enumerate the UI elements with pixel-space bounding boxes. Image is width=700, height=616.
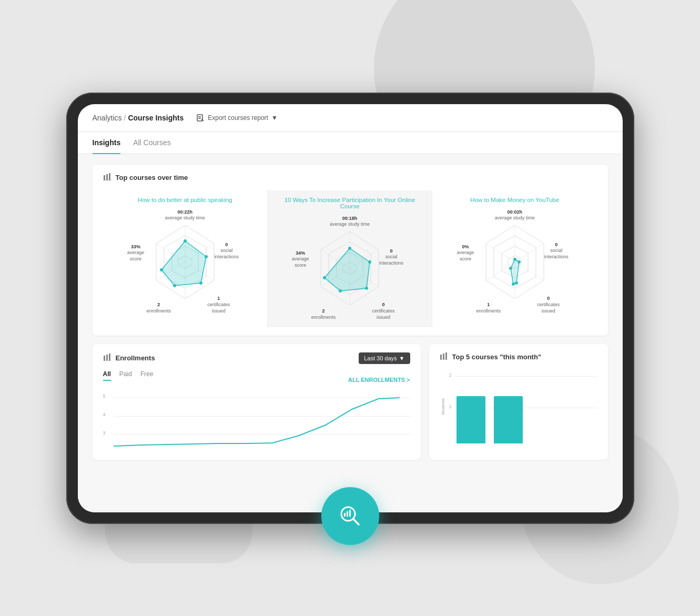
last30-button[interactable]: Last 30 days ▼ xyxy=(359,352,410,364)
enrollments-label: Enrollments xyxy=(116,354,155,362)
radar-svg-3 xyxy=(462,209,567,315)
svg-point-17 xyxy=(205,255,208,258)
top-courses-title: Top courses over time xyxy=(103,173,597,182)
breadcrumb-current: Course Insights xyxy=(128,114,184,122)
svg-rect-47 xyxy=(104,356,105,361)
bar-grid-1 xyxy=(455,376,597,377)
radar-chart-3: 00:02h average study time 0socialinterac… xyxy=(462,209,567,315)
top5-label: Top 5 courses "this month" xyxy=(452,353,542,361)
svg-rect-4 xyxy=(104,175,105,180)
tab-all-courses[interactable]: All Courses xyxy=(133,132,171,154)
fab-button[interactable] xyxy=(321,487,379,545)
top-courses-label: Top courses over time xyxy=(116,174,188,181)
dropdown-chevron: ▼ xyxy=(399,355,405,361)
enrollments-title-row: Enrollments xyxy=(103,354,155,362)
svg-point-19 xyxy=(173,284,176,287)
top5-title: Top 5 courses "this month" xyxy=(440,352,597,361)
export-button[interactable]: Export courses report ▼ xyxy=(192,112,282,124)
svg-rect-5 xyxy=(106,174,108,180)
enrollments-card: Enrollments Last 30 days ▼ All xyxy=(93,344,421,460)
tablet-frame: Analytics / Course Insights Export cours… xyxy=(66,93,634,524)
svg-point-32 xyxy=(339,289,342,292)
radar-svg-1 xyxy=(133,209,238,315)
svg-point-29 xyxy=(348,247,351,250)
bar-2 xyxy=(494,396,523,443)
bar-1 xyxy=(456,396,485,443)
svg-point-43 xyxy=(518,260,521,264)
line-chart-svg xyxy=(114,393,410,451)
enroll-tab-paid[interactable]: Paid xyxy=(119,370,132,381)
svg-point-33 xyxy=(323,276,326,279)
top-courses-grid: How to do better at public speaking 00:2… xyxy=(103,190,597,327)
breadcrumb-parent[interactable]: Analytics xyxy=(93,114,122,122)
svg-point-31 xyxy=(365,287,368,290)
tab-bar: Insights All Courses xyxy=(78,132,623,154)
y-label-4: 4 xyxy=(103,412,106,417)
svg-point-16 xyxy=(184,239,187,243)
breadcrumb-separator: / xyxy=(124,114,126,122)
svg-rect-6 xyxy=(109,173,110,180)
page-header: Analytics / Course Insights Export cours… xyxy=(78,104,623,132)
course-card-1: How to do better at public speaking 00:2… xyxy=(103,190,268,327)
course-title-3[interactable]: How to Make Money on YouTube xyxy=(470,197,559,203)
enroll-tabs-row: All Paid Free ALL ENROLLMENTS > xyxy=(103,370,410,389)
top-courses-card: Top courses over time How to do better a… xyxy=(93,165,608,336)
all-enrollments-link[interactable]: ALL ENROLLMENTS > xyxy=(348,377,410,383)
top5-card: Top 5 courses "this month" Students 2 1 xyxy=(429,344,608,460)
export-label: Export courses report xyxy=(208,114,268,122)
tablet-screen: Analytics / Course Insights Export cours… xyxy=(78,104,623,512)
bottom-grid: Enrollments Last 30 days ▼ All xyxy=(93,344,608,460)
y-label-3: 3 xyxy=(103,430,106,436)
enroll-tab-all[interactable]: All xyxy=(103,370,111,381)
enrollments-icon xyxy=(103,354,111,362)
svg-rect-54 xyxy=(344,513,346,517)
enrollments-header: Enrollments Last 30 days ▼ xyxy=(103,352,410,364)
course-title-1[interactable]: How to do better at public speaking xyxy=(138,197,232,203)
svg-rect-55 xyxy=(347,511,348,517)
bar-y-2: 2 xyxy=(449,372,452,378)
svg-line-57 xyxy=(353,519,359,524)
y-label-5: 5 xyxy=(103,393,106,399)
export-chevron: ▼ xyxy=(271,114,278,122)
svg-rect-52 xyxy=(445,352,447,360)
radar-chart-1: 00:22h average study time 0socialinterac… xyxy=(133,209,238,315)
bars-wrapper xyxy=(440,380,597,443)
fab-icon xyxy=(337,502,364,530)
top5-icon xyxy=(440,352,448,361)
svg-rect-56 xyxy=(349,510,351,517)
course-card-2: 10 Ways To Increase Participation In You… xyxy=(268,190,432,327)
breadcrumb: Analytics / Course Insights xyxy=(93,114,184,122)
course-card-3: How to Make Money on YouTube 00:02h aver… xyxy=(432,190,597,327)
svg-point-45 xyxy=(512,282,515,286)
svg-marker-41 xyxy=(511,259,519,284)
top-courses-icon xyxy=(103,173,111,182)
svg-rect-51 xyxy=(443,354,444,360)
enrollments-tabs: All Paid Free xyxy=(103,370,154,381)
course-title-2[interactable]: 10 Ways To Increase Participation In You… xyxy=(276,197,423,209)
svg-point-20 xyxy=(160,268,163,271)
radar-svg-2 xyxy=(297,216,402,321)
tab-insights[interactable]: Insights xyxy=(93,132,121,154)
svg-point-42 xyxy=(513,258,516,261)
enrollments-chart: 5 4 3 xyxy=(103,393,410,451)
svg-point-18 xyxy=(199,281,202,285)
svg-rect-48 xyxy=(106,355,108,361)
svg-point-44 xyxy=(515,281,518,285)
main-content: Top courses over time How to do better a… xyxy=(78,154,623,512)
svg-point-30 xyxy=(368,260,371,264)
svg-point-46 xyxy=(509,267,512,270)
radar-chart-2: 00:18h average study time 0socialinterac… xyxy=(297,216,402,321)
svg-rect-49 xyxy=(109,354,110,361)
export-icon xyxy=(196,114,205,122)
bar-chart-container: Students 2 1 xyxy=(440,370,597,443)
svg-rect-50 xyxy=(440,355,442,360)
enroll-tab-free[interactable]: Free xyxy=(140,370,154,381)
